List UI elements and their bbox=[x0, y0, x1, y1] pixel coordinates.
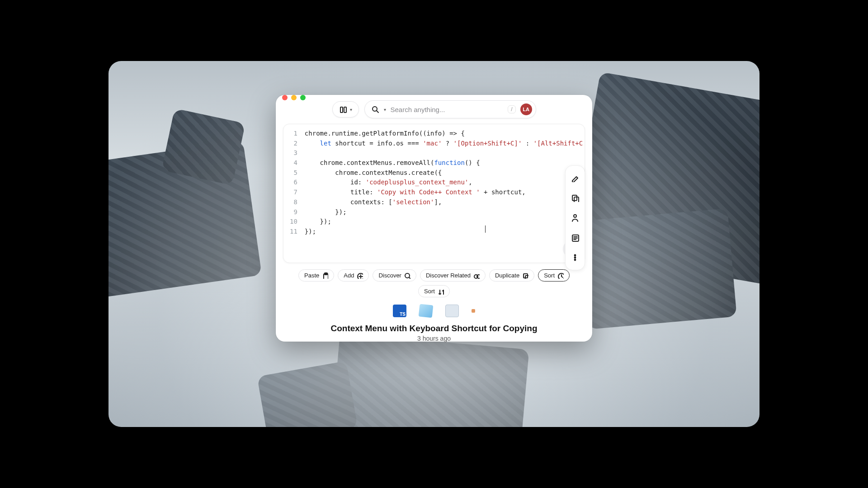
person-link-icon bbox=[571, 214, 579, 222]
link-icon bbox=[473, 272, 480, 279]
duplicate-chip[interactable]: Duplicate bbox=[489, 269, 534, 282]
svg-rect-0 bbox=[340, 107, 343, 113]
svg-point-14 bbox=[574, 215, 576, 217]
thumbnail-typescript[interactable] bbox=[393, 305, 406, 317]
code-editor[interactable]: 1 2 3 4 5 6 7 8 9 10 11 chrome.runtime.g… bbox=[283, 124, 585, 263]
thumbnail-dart[interactable] bbox=[419, 304, 434, 318]
snippet-time: 3 hours ago bbox=[283, 335, 585, 342]
note-icon bbox=[571, 234, 579, 242]
search-input[interactable] bbox=[391, 106, 504, 113]
sort-icon bbox=[438, 288, 444, 295]
snippet-title: Context Menu with Keyboard Shortcut for … bbox=[283, 324, 585, 333]
thumbnail-text[interactable] bbox=[445, 305, 459, 317]
action-chips: Paste Add Discover Discover Related Dupl… bbox=[283, 269, 585, 297]
columns-icon bbox=[339, 105, 347, 113]
edit-button[interactable] bbox=[570, 173, 580, 183]
add-chip[interactable]: Add bbox=[338, 269, 369, 282]
avatar[interactable]: LA bbox=[520, 103, 532, 115]
copy-icon bbox=[571, 194, 579, 202]
svg-rect-1 bbox=[344, 107, 346, 113]
related-thumbnails bbox=[283, 305, 585, 317]
copy-button[interactable] bbox=[570, 193, 580, 203]
clock-icon bbox=[557, 272, 564, 279]
desktop-wallpaper: ▾ ▾ / LA 1 2 3 4 5 6 7 8 9 10 11 chrome.… bbox=[108, 61, 760, 427]
paste-chip[interactable]: Paste bbox=[298, 269, 334, 282]
window-minimize-button[interactable] bbox=[291, 95, 297, 100]
window-close-button[interactable] bbox=[282, 95, 288, 100]
text-caret bbox=[485, 225, 486, 233]
window-zoom-button[interactable] bbox=[300, 95, 306, 100]
line-gutter: 1 2 3 4 5 6 7 8 9 10 11 bbox=[283, 129, 305, 237]
sort-time-chip[interactable]: Sort bbox=[538, 269, 570, 282]
layout-toggle-button[interactable]: ▾ bbox=[332, 101, 359, 117]
plus-circle-icon bbox=[357, 272, 363, 279]
svg-point-18 bbox=[575, 259, 576, 261]
discover-chip[interactable]: Discover bbox=[373, 269, 416, 282]
copy-icon bbox=[522, 272, 528, 279]
notes-button[interactable] bbox=[570, 233, 580, 243]
svg-point-16 bbox=[575, 255, 576, 256]
snippet-meta: Context Menu with Keyboard Shortcut for … bbox=[283, 324, 585, 342]
search-icon bbox=[371, 105, 379, 113]
chevron-down-icon: ▾ bbox=[350, 107, 352, 112]
search-bar[interactable]: ▾ / LA bbox=[364, 100, 536, 118]
thumbnail-misc[interactable] bbox=[472, 309, 475, 313]
more-button[interactable] bbox=[570, 253, 580, 263]
clipboard-icon bbox=[322, 272, 328, 279]
sort-chip[interactable]: Sort bbox=[418, 285, 450, 297]
pencil-icon bbox=[571, 174, 579, 182]
search-icon bbox=[404, 272, 410, 279]
discover-related-chip[interactable]: Discover Related bbox=[420, 269, 486, 282]
chevron-down-icon: ▾ bbox=[384, 107, 386, 112]
search-kbd-hint: / bbox=[508, 105, 515, 113]
side-toolbar bbox=[565, 165, 585, 270]
toolbar: ▾ ▾ / LA bbox=[276, 100, 592, 124]
code-body[interactable]: chrome.runtime.getPlatformInfo((info) =>… bbox=[305, 129, 585, 237]
share-button[interactable] bbox=[570, 213, 580, 223]
app-window: ▾ ▾ / LA 1 2 3 4 5 6 7 8 9 10 11 chrome.… bbox=[276, 95, 592, 342]
more-vertical-icon bbox=[571, 253, 579, 262]
window-titlebar bbox=[276, 95, 592, 100]
svg-point-17 bbox=[575, 257, 576, 258]
